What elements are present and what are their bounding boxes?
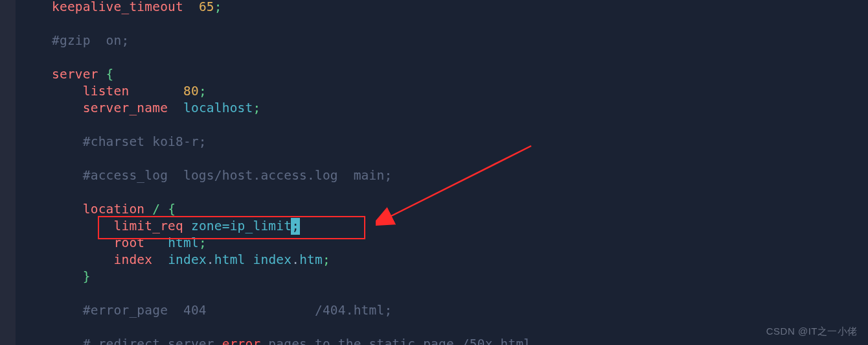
kw-location: location — [83, 202, 145, 217]
num-65: 65 — [199, 0, 214, 14]
semicolon: ; — [323, 252, 330, 267]
val-index1: index — [168, 252, 207, 267]
kw-index: index — [114, 252, 153, 267]
kw-keepalive-timeout: keepalive_timeout — [52, 0, 183, 14]
cursor: ; — [291, 218, 300, 235]
kw-server-name: server_name — [83, 101, 168, 115]
val-htm: htm — [299, 252, 323, 267]
kw-limit-req: limit_req — [114, 219, 183, 233]
semicolon: ; — [199, 84, 207, 99]
comment-redirect-err: error — [222, 337, 261, 345]
val-index2: index — [253, 252, 292, 267]
watermark: CSDN @IT之一小佬 — [766, 323, 858, 340]
comment-redirect-a: # redirect server — [83, 337, 222, 345]
brace-open: { — [106, 67, 114, 82]
kw-listen: listen — [83, 84, 130, 99]
slash: / — [152, 202, 160, 217]
comment-charset: #charset koi8-r; — [83, 134, 207, 149]
comment-access-log: #access_log logs/host.access.log main; — [83, 168, 393, 183]
code-block: keepalive_timeout 65; #gzip on; server {… — [52, 0, 531, 345]
val-html: html — [168, 235, 199, 250]
semicolon: ; — [253, 101, 260, 115]
kw-root: root — [114, 235, 145, 250]
comment-gzip: #gzip on; — [52, 33, 129, 48]
num-80: 80 — [183, 84, 199, 99]
brace-close: } — [83, 269, 91, 284]
left-gutter — [0, 0, 16, 345]
val-zone-ip-limit: zone=ip_limit — [191, 219, 291, 233]
val-html1: html — [214, 252, 246, 267]
val-localhost: localhost — [183, 101, 253, 115]
comment-error-page: #error_page 404 /404.html; — [83, 303, 393, 318]
comment-redirect-b: pages to the static page /50x.html — [260, 337, 531, 345]
semicolon: ; — [214, 0, 222, 14]
semicolon: ; — [199, 235, 207, 250]
kw-server: server — [52, 67, 98, 82]
brace-open: { — [168, 202, 176, 217]
